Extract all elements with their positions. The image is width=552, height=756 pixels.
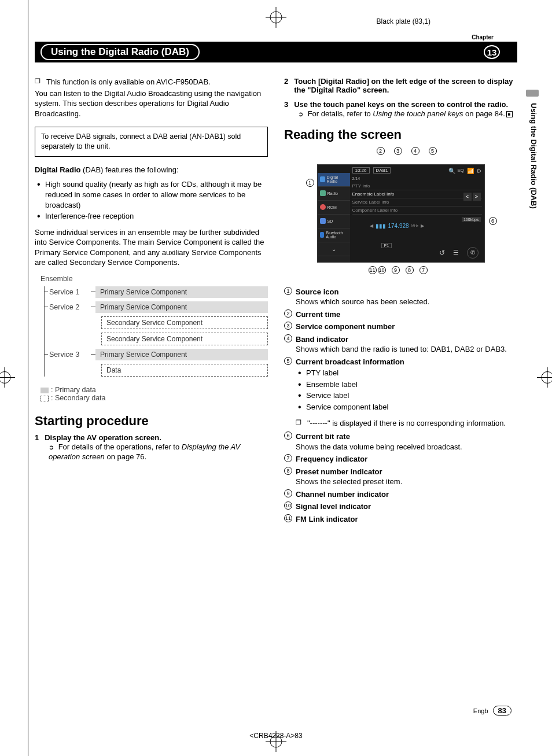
prev-next-group: < > [463,193,481,201]
tree-row: Service 1 Primary Service Component [49,286,268,298]
tree-legend: : Primary data : Secondary data [41,386,268,402]
tree-root-label: Ensemble [41,275,268,283]
service-label: Service 3 [49,351,91,359]
intro-paragraph: You can listen to the Digital Audio Broa… [35,88,268,119]
legend-swatch-secondary [41,396,49,401]
bottom-controls: ↺ ☰ ✆ [439,247,479,259]
crop-mark-left [28,0,28,756]
callout-11: 11 [369,266,377,274]
content-columns: This function is only available on AVIC-… [35,77,517,526]
primary-component: Primary Service Component [95,301,268,313]
prev-button[interactable]: < [463,193,472,201]
step-title: Display the AV operation screen. [45,433,161,442]
features-list: High sound quality (nearly as high as fo… [35,179,268,221]
callout-9: 9 [392,266,400,274]
right-column: 2 Touch [Digital Radio] on the left edge… [284,77,517,526]
def-num: 4 [284,334,292,342]
def-num: 3 [284,322,292,330]
register-mark-top [264,6,288,29]
step-title: Touch [Digital Radio] on the left edge o… [294,77,517,94]
service-label: Service 2 [49,303,91,311]
register-mark-left [0,367,15,389]
chapter-label: Chapter [35,34,517,40]
next-button[interactable]: > [473,193,481,201]
sublist-item: Service component label [306,402,517,412]
def-title: Channel number indicator [296,490,389,499]
gear-icon[interactable]: ⚙ [476,168,482,174]
def-num: 8 [284,467,292,475]
step-number: 1 [35,433,39,442]
note-item: "-------" is displayed if there is no co… [307,418,517,429]
freq-value: 174.928 [388,223,409,229]
callout-6: 6 [489,217,497,225]
source-rom[interactable]: ROM [318,201,350,215]
sublist-item: Ensemble label [306,379,517,390]
freq-next-icon[interactable]: ▶ [421,223,424,228]
chapter-number-badge: 13 [484,45,500,59]
disc-icon [320,204,326,210]
callout-10: 10 [378,266,386,274]
def-num: 10 [284,501,292,510]
primary-component: Primary Service Component [95,349,268,360]
source-sd[interactable]: SD [318,215,350,228]
ensemble-line: Ensemble Label Info [352,190,482,198]
clock: 10:26 [352,167,370,174]
eq-icon[interactable]: EQ [458,168,463,174]
source-digital-radio[interactable]: Digital Radio [318,173,350,187]
source-more[interactable]: ⌄ [318,242,350,256]
def-desc: Shows the data volume being received bro… [296,442,462,451]
definitions-list: 1 Source iconShows which source has been… [284,287,517,525]
tree-row: Service 3 Primary Service Component [49,349,268,360]
dab-screenshot: Digital Radio Radio ROM SD Bluetooth Aud… [317,164,485,263]
service-line: Service Label Info [352,198,482,206]
radio-icon [320,190,326,196]
callout-7: 7 [419,266,428,274]
list-icon[interactable]: ☰ [453,249,459,256]
source-radio[interactable]: Radio [318,187,350,201]
signal-icon: 📶 [467,168,473,174]
def-num: 11 [284,514,292,522]
feature-item: Interference-free reception [45,211,268,222]
bitrate-chip: 160kbps [462,217,480,222]
time-shift-icon[interactable]: ↺ [439,249,445,257]
primary-component: Primary Service Component [95,286,268,298]
secondary-component: Secondary Service Component [101,333,268,345]
def-title: Signal level indicator [296,502,371,511]
chapter-header: Using the Digital Radio (DAB) 13 [35,42,517,62]
def-fm-link: 11 FM Link indicator [284,514,517,525]
subdivision-paragraph: Some individual services in an ensemble … [35,227,268,268]
callout-4: 4 [411,147,419,155]
band-chip[interactable]: DAB1 [373,167,391,174]
digital-radio-icon [320,176,325,182]
page-number: 83 [493,706,511,716]
tree-row: Data [101,364,268,377]
tree-row: Service 2 Primary Service Component [49,301,268,313]
preset-chip[interactable]: P1 [381,243,392,248]
def-desc: Shows the selected preset item. [296,477,402,486]
search-icon[interactable]: 🔍 [448,168,454,174]
page: Black plate (83,1) Chapter Using the Dig… [0,0,552,756]
step-reference: For details, refer to Using the touch pa… [284,109,517,119]
page-footer: Engb 83 [473,706,511,716]
def-title: FM Link indicator [296,515,358,523]
features-lead-tail: (DAB) features the following: [80,165,178,174]
callout-bottom-row: 11 10 9 8 7 [317,266,485,279]
source-bluetooth[interactable]: Bluetooth Audio [318,228,350,242]
def-bit-rate: 6 Current bit rateShows the data volume … [284,432,517,452]
def-title: Current broadcast information [296,357,404,366]
def-num: 6 [284,432,292,440]
def-channel-number: 9 Channel number indicator [284,489,517,500]
freq-prev-icon[interactable]: ◀ [370,223,373,228]
sd-icon [320,218,326,224]
ensemble-tree: Ensemble Service 1 Primary Service Compo… [41,275,268,377]
tree-row: Secondary Service Component [101,316,268,329]
callout-8: 8 [406,266,414,274]
phone-button[interactable]: ✆ [467,247,479,259]
info-panel: PTY Info Ensemble Label Info Service Lab… [352,182,482,215]
left-column: This function is only available on AVIC-… [35,77,268,526]
side-tab: Using the Digital Radio (DAB) [527,98,540,213]
def-frequency: 7 Frequency indicator [284,454,517,464]
legend-swatch-primary [41,388,49,393]
step-head: 2 Touch [Digital Radio] on the left edge… [284,77,517,94]
source-list: Digital Radio Radio ROM SD Bluetooth Aud… [318,173,350,262]
